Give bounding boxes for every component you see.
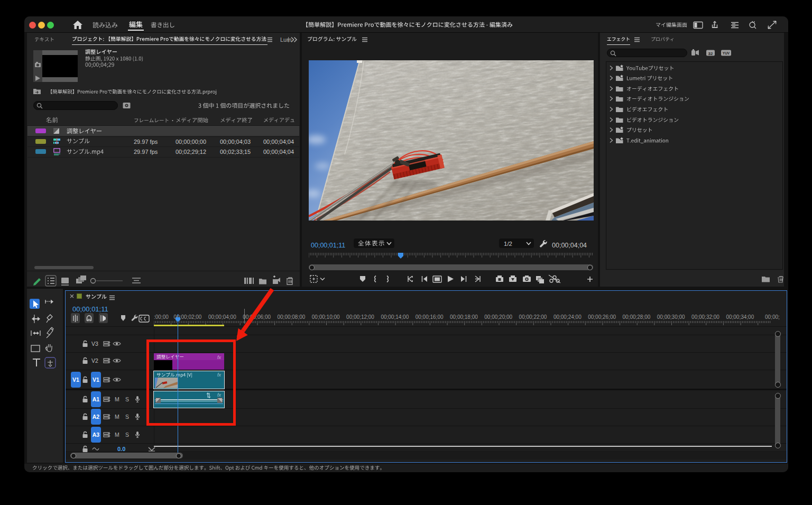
svg-text:YUV: YUV xyxy=(723,51,730,55)
svg-text:32: 32 xyxy=(708,51,713,56)
svg-text:Lum: Lum xyxy=(280,36,291,43)
